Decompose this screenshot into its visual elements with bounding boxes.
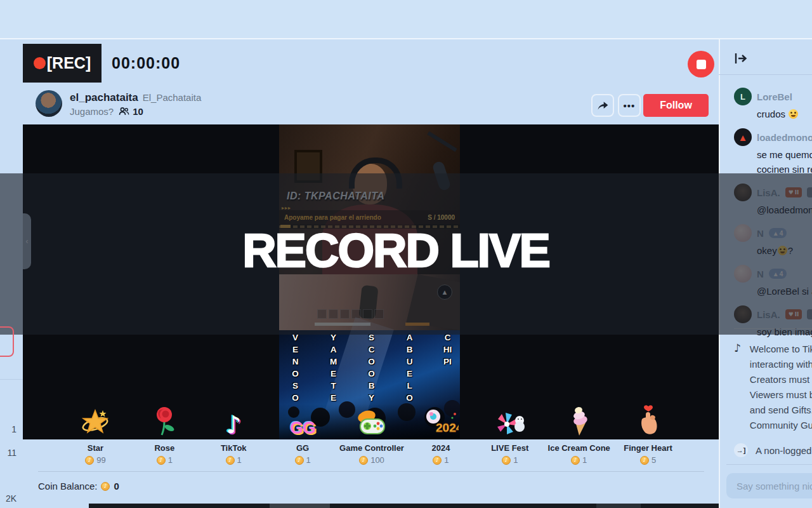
chat-message[interactable]: N ▲4 @LoreBel si ayud xyxy=(734,265,812,297)
chat-message[interactable]: L LoreBel crudos xyxy=(734,88,812,120)
rec-dot-icon xyxy=(34,57,46,69)
join-notice: →] A non-logged-in user xyxy=(734,443,812,457)
chat-username[interactable]: loadedmono xyxy=(757,132,812,143)
donation-progress-fill xyxy=(280,225,291,228)
gift-finger-heart[interactable]: Finger Heart ♪5 xyxy=(613,401,683,467)
vertical-word: CHIPI xyxy=(443,331,452,404)
coin-icon: ♪ xyxy=(85,456,94,465)
gift-star[interactable]: Star ♪99 xyxy=(61,401,130,467)
donation-amount: S / 10000 xyxy=(428,214,455,221)
chat-text: @LoreBel si ayud xyxy=(757,285,812,297)
coin-icon: ♪ xyxy=(359,456,368,465)
level-badge: ▲4 xyxy=(769,269,787,279)
chat-text: okey? xyxy=(757,244,812,257)
game-door xyxy=(402,274,460,330)
chat-text: se me quemo la xyxy=(757,149,812,161)
coin-icon: ♪ xyxy=(101,482,110,491)
viewer-count: 10 xyxy=(133,106,143,117)
follow-button[interactable]: Follow xyxy=(643,94,709,117)
chat-text: crudos xyxy=(757,108,812,120)
share-button[interactable] xyxy=(591,94,614,117)
gift-tray: Star ♪99 Rose ♪1 ♪ TikTok ♪1 GG GG ♪1 Ga… xyxy=(61,401,683,467)
game-inventory-hud xyxy=(317,309,384,319)
chat-username[interactable]: LoreBel xyxy=(757,91,792,102)
coin-icon: ♪ xyxy=(295,456,304,465)
gift-2024[interactable]: 2024 2024 ♪1 xyxy=(406,401,475,467)
chat-username[interactable]: LisA. xyxy=(757,309,780,320)
gift-game-controller[interactable]: Game Controller ♪100 xyxy=(337,401,407,467)
chat-message[interactable]: ▲ loadedmono se me quemo la cocinen sin … xyxy=(734,128,812,175)
coin-balance-amount: 0 xyxy=(114,481,119,491)
chat-message[interactable]: N ▲4 okey? xyxy=(734,224,812,257)
left-rail-count: 11 xyxy=(0,448,16,458)
chat-message[interactable]: LisA. ♥II soy bien imagina xyxy=(734,305,812,338)
left-rail-count: 2K xyxy=(0,493,16,504)
gift-rose[interactable]: Rose ♪1 xyxy=(130,401,199,467)
chat-input[interactable] xyxy=(735,480,812,492)
game-controller-gift-icon xyxy=(355,401,388,437)
star-gift-icon xyxy=(80,401,110,437)
bottom-content-edge xyxy=(596,504,641,508)
vertical-word: VENOSO xyxy=(291,331,300,404)
chat-text: @loadedmono se xyxy=(757,204,812,216)
chat-section-divider xyxy=(734,328,812,329)
streamer-username[interactable]: el_pachataita xyxy=(70,91,138,104)
top-navigation-bar xyxy=(0,0,812,39)
game-ammo-bar xyxy=(405,323,429,326)
more-options-button[interactable]: ••• xyxy=(618,94,641,117)
chat-message[interactable]: LisA. ♥II @loadedmono se xyxy=(734,184,812,216)
vertical-word: YAMETE xyxy=(329,331,338,404)
gift-tiktok[interactable]: ♪ TikTok ♪1 xyxy=(199,401,268,467)
vertical-word: ABUELO xyxy=(405,331,414,404)
record-timer: 00:00:00 xyxy=(112,54,180,72)
left-rail-count: 1 xyxy=(0,424,16,434)
chat-input-box[interactable] xyxy=(726,473,812,498)
svg-text:2024: 2024 xyxy=(436,421,459,434)
gift-ice-cream-cone[interactable]: Ice Cream Cone ♪1 xyxy=(544,401,613,467)
sidebar-divider xyxy=(719,74,812,75)
left-rail-partial-button[interactable] xyxy=(0,326,14,357)
chat-username[interactable]: N xyxy=(757,269,764,279)
fan-club-badge: ♥II xyxy=(785,187,802,197)
chat-avatar[interactable] xyxy=(734,184,752,201)
more-icon: ••• xyxy=(624,100,636,111)
gift-gg[interactable]: GG GG ♪1 xyxy=(268,401,337,467)
gift-live-fest[interactable]: LIVE Fest ♪1 xyxy=(475,401,544,467)
donation-progress-bar xyxy=(279,224,460,229)
chat-avatar[interactable] xyxy=(734,265,752,283)
chat-text: cocinen sin recet xyxy=(757,163,812,175)
bottom-content-edge xyxy=(89,504,812,508)
stop-icon xyxy=(697,60,706,69)
share-icon xyxy=(596,100,609,111)
tiktok-note-icon: ♪ xyxy=(734,342,741,433)
coin-balance-label: Coin Balance: xyxy=(38,481,97,491)
gg-gift-icon: GG xyxy=(290,401,315,437)
panel-collapse-handle[interactable]: ‹ xyxy=(23,213,31,269)
chat-avatar[interactable] xyxy=(734,224,752,242)
stop-recording-button[interactable] xyxy=(688,51,714,77)
rec-label: [REC] xyxy=(47,54,91,72)
member-badge xyxy=(807,187,812,197)
chat-avatar[interactable] xyxy=(734,305,752,323)
tiktok-live-record-page: + Upload [REC] 00:00:00 el_pachataita El… xyxy=(0,0,812,508)
microphone xyxy=(431,160,451,191)
coin-icon: ♪ xyxy=(571,456,580,465)
welcome-notice: ♪ Welcome to TikTok LIVE! interacting wi… xyxy=(734,342,812,433)
fan-club-badge: ♥II xyxy=(785,309,802,319)
wallet-divider xyxy=(38,471,704,472)
vertical-word-overlays: VENOSO YAMETE SCOOBY ABUELO CHIPI xyxy=(279,331,460,404)
chat-username[interactable]: LisA. xyxy=(757,187,780,198)
chat-avatar[interactable]: ▲ xyxy=(734,128,752,146)
coin-icon: ♪ xyxy=(433,456,442,465)
chat-message-list: L LoreBel crudos ▲ loadedmono se me quem… xyxy=(734,88,812,346)
streamer-avatar[interactable] xyxy=(36,90,62,117)
webcam-section: ID: TKPACHATAITA ▸▸▸ Apoyame para pagar … xyxy=(279,124,460,274)
rose-gift-icon xyxy=(150,401,178,437)
viewers-icon xyxy=(119,107,129,116)
chat-username[interactable]: N xyxy=(757,228,764,239)
chat-text: soy bien imagina xyxy=(757,326,812,338)
member-badge xyxy=(807,309,812,319)
coin-icon: ♪ xyxy=(226,456,235,465)
chat-avatar[interactable]: L xyxy=(734,88,752,105)
collapse-sidebar-icon[interactable] xyxy=(733,51,749,67)
